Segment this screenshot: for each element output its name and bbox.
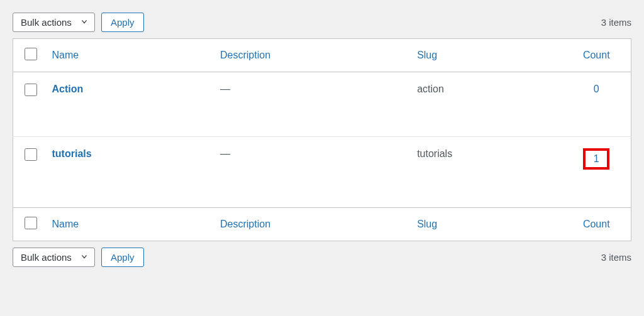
term-count-link[interactable]: 1 (592, 153, 601, 165)
column-slug[interactable]: Slug (417, 50, 437, 60)
term-slug: tutorials (417, 148, 452, 159)
table-row: Action — action 0 (13, 72, 631, 137)
column-name-footer[interactable]: Name (52, 219, 79, 229)
items-count-top: 3 items (601, 17, 631, 28)
terms-table: Name Description Slug Count Action — act… (13, 38, 631, 241)
apply-button-top[interactable]: Apply (101, 13, 144, 32)
term-name-link[interactable]: Action (52, 84, 84, 94)
row-checkbox[interactable] (25, 84, 37, 96)
tablenav-top: Bulk actions Apply 3 items (13, 13, 631, 32)
apply-button-bottom[interactable]: Apply (101, 248, 144, 267)
bulk-action-select-top[interactable]: Bulk actions (13, 13, 95, 32)
bulk-actions-top: Bulk actions Apply (13, 13, 144, 32)
table-row: tutorials — tutorials 1 (13, 137, 631, 208)
tablenav-bottom: Bulk actions Apply 3 items (13, 248, 631, 267)
term-name-link[interactable]: tutorials (52, 148, 92, 159)
items-count-bottom: 3 items (601, 252, 631, 263)
bulk-action-select-bottom[interactable]: Bulk actions (13, 248, 95, 267)
column-name[interactable]: Name (52, 50, 79, 60)
bulk-actions-bottom: Bulk actions Apply (13, 248, 144, 267)
term-description: — (220, 148, 230, 159)
column-count[interactable]: Count (583, 50, 610, 60)
column-slug-footer[interactable]: Slug (417, 219, 437, 229)
select-all-bottom[interactable] (25, 217, 37, 229)
term-slug: action (417, 84, 444, 94)
column-count-footer[interactable]: Count (583, 219, 610, 229)
column-description[interactable]: Description (220, 50, 270, 60)
table-header-row: Name Description Slug Count (13, 39, 631, 72)
column-description-footer[interactable]: Description (220, 219, 270, 229)
term-count-link[interactable]: 0 (592, 84, 601, 95)
highlight-annotation: 1 (583, 148, 609, 170)
term-description: — (220, 84, 230, 94)
select-all-top[interactable] (25, 48, 37, 60)
table-footer-row: Name Description Slug Count (13, 208, 631, 241)
row-checkbox[interactable] (25, 148, 37, 161)
